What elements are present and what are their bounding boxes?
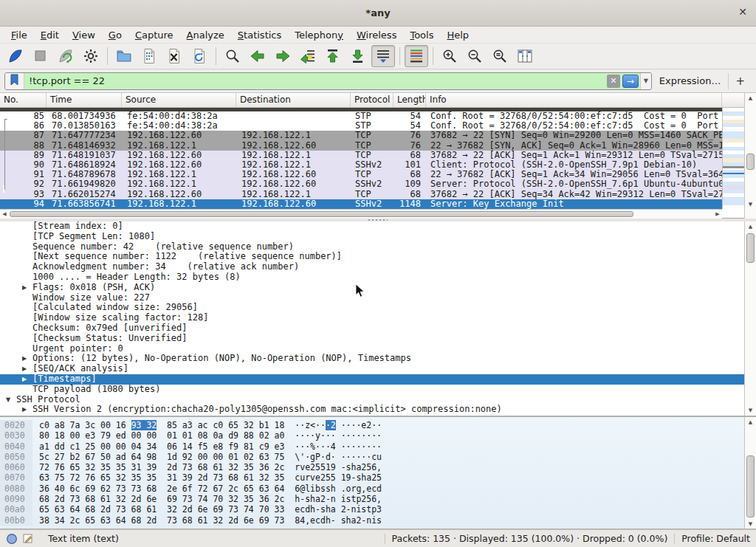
packet-row-94[interactable]: 9471.663856741192.168.122.1192.168.122.6… xyxy=(0,199,722,209)
collapsed-arrow-icon[interactable]: ▶ xyxy=(22,374,27,385)
column-header-destination[interactable]: Destination xyxy=(236,93,351,107)
hex-row-0080[interactable]: 008036 40 6c 69 62 73 73 68 2e 6f 72 67 … xyxy=(0,484,756,494)
detail-line-text[interactable]: [Stream index: 0] xyxy=(0,221,123,232)
packet-minimap[interactable] xyxy=(722,108,744,209)
cell-protocol[interactable]: TCP xyxy=(351,151,394,160)
cell-time[interactable]: 71.648618924 xyxy=(47,160,122,170)
filter-text[interactable]: !tcp.port == 22 xyxy=(24,75,607,86)
detail-line[interactable]: ▶SSH Version 2 (encryption:chacha20-poly… xyxy=(0,405,744,415)
detail-line[interactable]: [Checksum Status: Unverified] xyxy=(0,334,744,344)
hex-ascii[interactable]: 6@libssh .org,ecd xyxy=(284,484,382,494)
cell-length[interactable]: 76 xyxy=(394,131,426,140)
zoom-out-button[interactable] xyxy=(463,45,487,67)
cell-length[interactable]: 109 xyxy=(394,179,426,189)
detail-vscrollbar[interactable]: ▲ ▼ xyxy=(744,221,756,416)
start-capture-button[interactable] xyxy=(4,45,27,67)
go-forward-button[interactable] xyxy=(271,45,295,67)
hex-row-0070[interactable]: 007063 75 72 76 65 32 35 35 31 39 2d 73 … xyxy=(0,472,756,483)
scrollbar-thumb[interactable] xyxy=(746,455,755,517)
capture-options-button[interactable] xyxy=(79,45,103,67)
column-header-source[interactable]: Source xyxy=(122,93,236,107)
hex-row-0030[interactable]: 003080 18 00 e3 79 ed 00 00 01 01 08 0a … xyxy=(0,430,756,441)
expert-info-icon[interactable] xyxy=(6,533,18,545)
hex-ascii[interactable]: ecdh-sha 2-nistp3 xyxy=(284,504,382,515)
cell-protocol[interactable]: TCP xyxy=(351,170,394,179)
display-filter-input[interactable]: !tcp.port == 22 ✕ → ▼ xyxy=(4,72,652,90)
hex-row-00b0[interactable]: 00b038 34 2c 65 63 64 68 2d 73 68 61 32 … xyxy=(0,515,756,526)
detail-line[interactable]: 1000 .... = Header Length: 32 bytes (8) xyxy=(0,272,744,283)
capture-comment-icon[interactable] xyxy=(23,533,34,544)
hex-row-00a0[interactable]: 00a065 63 64 68 2d 73 68 61 32 2d 6e 69 … xyxy=(0,504,756,515)
scroll-down-icon[interactable]: ▼ xyxy=(745,199,756,209)
scroll-down-icon[interactable]: ▼ xyxy=(745,519,756,529)
open-file-button[interactable] xyxy=(112,45,136,67)
cell-dest[interactable]: 192.168.122.60 xyxy=(236,199,351,209)
cell-protocol[interactable]: TCP xyxy=(351,190,394,199)
detail-line-text[interactable]: Sequence number: 42 (relative sequence n… xyxy=(0,242,294,252)
cell-no[interactable]: 93 xyxy=(0,190,47,199)
cell-length[interactable]: 76 xyxy=(394,141,426,151)
detail-line-text[interactable]: Checksum: 0x79ed [unverified] xyxy=(0,323,188,334)
detail-line-text[interactable]: Window size value: 227 xyxy=(0,293,150,303)
hex-ascii[interactable]: h-sha2-n istp256, xyxy=(284,494,382,504)
cell-protocol[interactable]: SSHv2 xyxy=(351,199,394,209)
hex-bytes[interactable]: 65 63 64 68 2d 73 68 61 32 2d 6e 69 73 7… xyxy=(32,504,284,515)
hex-vscrollbar[interactable]: ▲ ▼ xyxy=(744,417,756,529)
packet-list-vscrollbar[interactable]: ▲ ▼ xyxy=(744,93,756,219)
cell-info[interactable]: 22 → 37682 [ACK] Seq=1 Ack=34 Win=29056 … xyxy=(426,170,722,179)
packet-row-91[interactable]: 9171.648789678192.168.122.1192.168.122.6… xyxy=(0,170,722,179)
collapsed-arrow-icon[interactable]: ▶ xyxy=(22,405,27,415)
filter-clear-icon[interactable]: ✕ xyxy=(607,75,620,88)
splitter-handle[interactable] xyxy=(368,219,388,221)
go-to-packet-button[interactable] xyxy=(296,45,320,67)
cell-source[interactable]: 192.168.122.60 xyxy=(122,190,236,199)
restart-capture-button[interactable] xyxy=(54,45,78,67)
detail-line[interactable]: ▶Flags: 0x018 (PSH, ACK) xyxy=(0,283,744,293)
auto-scroll-button[interactable] xyxy=(371,45,395,67)
cell-time[interactable]: 70.013850163 xyxy=(47,121,122,131)
cell-source[interactable]: 192.168.122.1 xyxy=(122,179,236,189)
hex-ascii[interactable]: \'·gP·d· ······cu xyxy=(284,452,382,462)
scroll-up-icon[interactable]: ▲ xyxy=(745,417,756,427)
cell-dest[interactable] xyxy=(236,111,351,121)
cell-dest[interactable]: 192.168.122.60 xyxy=(236,141,351,151)
scrollbar-thumb[interactable] xyxy=(10,211,633,217)
cell-dest[interactable] xyxy=(236,121,351,131)
cell-info[interactable]: 37682 → 22 [SYN] Seq=0 Win=29200 Len=0 M… xyxy=(426,131,722,140)
cell-dest[interactable]: 192.168.122.1 xyxy=(236,190,351,199)
colorize-packets-button[interactable] xyxy=(405,45,428,67)
cell-source[interactable]: 192.168.122.60 xyxy=(122,151,236,160)
column-header-length[interactable]: Length xyxy=(394,93,426,107)
detail-line[interactable]: [Window size scaling factor: 128] xyxy=(0,313,744,323)
cell-time[interactable]: 68.001734936 xyxy=(47,111,122,121)
zoom-in-button[interactable] xyxy=(438,45,461,67)
cell-dest[interactable]: 192.168.122.60 xyxy=(236,170,351,179)
menu-tools[interactable]: Tools xyxy=(403,29,440,41)
cell-protocol[interactable]: TCP xyxy=(351,141,394,151)
menu-go[interactable]: Go xyxy=(102,29,128,41)
detail-line[interactable]: ▶[Timestamps] xyxy=(0,374,744,385)
detail-line-text[interactable]: [Checksum Status: Unverified] xyxy=(0,334,188,344)
packet-row-90[interactable]: 9071.648618924192.168.122.60192.168.122.… xyxy=(0,160,722,170)
save-file-button[interactable] xyxy=(137,45,161,67)
detail-line[interactable]: ▶[SEQ/ACK analysis] xyxy=(0,364,744,374)
hex-bytes[interactable]: a1 dd c1 25 00 00 04 34 06 14 f5 e8 f9 8… xyxy=(32,441,284,452)
detail-line-text[interactable]: [SEQ/ACK analysis] xyxy=(0,364,128,374)
stop-capture-button[interactable] xyxy=(29,45,52,67)
scroll-down-icon[interactable]: ▼ xyxy=(745,405,756,415)
cell-length[interactable]: 68 xyxy=(394,170,426,179)
scroll-up-icon[interactable]: ▲ xyxy=(745,93,756,103)
detail-line-text[interactable]: SSH Protocol xyxy=(0,395,80,405)
close-file-button[interactable] xyxy=(162,45,186,67)
hex-row-0090[interactable]: 009068 2d 73 68 61 32 2d 6e 69 73 74 70 … xyxy=(0,494,756,504)
filter-dropdown-caret[interactable]: ▼ xyxy=(640,73,651,89)
find-packet-button[interactable] xyxy=(221,45,244,67)
detail-line[interactable]: ▶Options: (12 bytes), No-Operation (NOP)… xyxy=(0,354,744,364)
hex-bytes[interactable]: 38 34 2c 65 63 64 68 2d 73 68 61 32 2d 6… xyxy=(32,515,284,526)
hex-bytes[interactable]: 5c 27 b2 67 50 ad 64 98 1d 92 00 00 01 0… xyxy=(32,452,284,462)
cell-length[interactable]: 68 xyxy=(394,151,426,160)
cell-info[interactable]: 22 → 37682 [SYN, ACK] Seq=0 Ack=1 Win=28… xyxy=(426,141,722,151)
menu-edit[interactable]: Edit xyxy=(34,29,66,41)
packet-row-88[interactable]: 8871.648146932192.168.122.1192.168.122.6… xyxy=(0,141,722,151)
zoom-reset-button[interactable] xyxy=(488,45,512,67)
